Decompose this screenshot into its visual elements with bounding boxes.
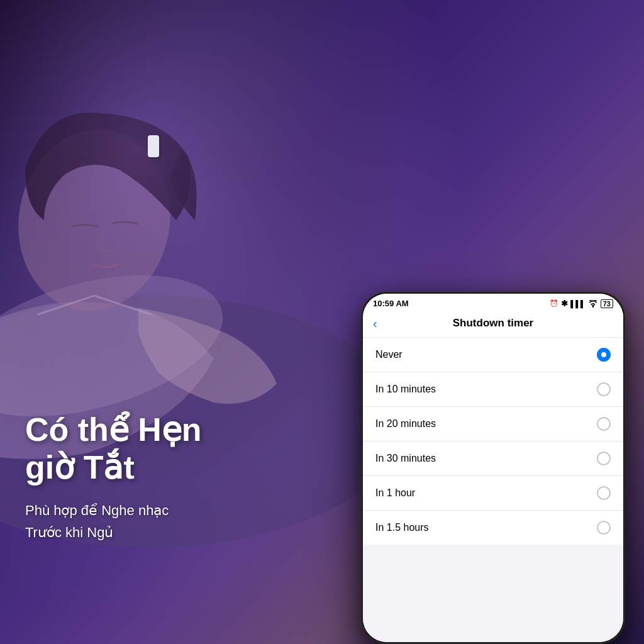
svg-point-4 [592, 306, 594, 308]
status-time: 10:59 AM [373, 299, 409, 308]
battery-icon: 73 [601, 299, 613, 308]
headline-line: Có thể Hẹn giờ Tắt [25, 411, 202, 486]
phone-frame: 10:59 AM ⏰ ✱ ▌▌▌ 73 ‹ Shutdown t [361, 292, 625, 644]
timer-label-30min: In 30 minutes [375, 453, 436, 464]
nav-bar: ‹ Shutdown timer [363, 311, 623, 338]
radio-1-5hours[interactable] [597, 521, 611, 535]
status-icons: ⏰ ✱ ▌▌▌ 73 [550, 299, 613, 308]
timer-list-section: Never In 10 minutes In 20 minutes In 30 … [363, 338, 623, 545]
subtext: Phù hợp để Nghe nhạc Trước khi Ngủ [25, 499, 202, 543]
radio-30min[interactable] [597, 452, 611, 465]
radio-1hour[interactable] [597, 486, 611, 500]
timer-option-20min[interactable]: In 20 minutes [363, 407, 623, 441]
timer-label-20min: In 20 minutes [375, 418, 436, 430]
timer-option-1-5hours[interactable]: In 1.5 hours [363, 511, 623, 545]
back-button[interactable]: ‹ [373, 316, 377, 331]
timer-option-10min[interactable]: In 10 minutes [363, 372, 623, 407]
timer-label-1-5hours: In 1.5 hours [375, 522, 429, 533]
wifi-icon [588, 300, 598, 308]
radio-20min[interactable] [597, 417, 611, 431]
signal-icon: ▌▌▌ [570, 300, 585, 308]
timer-option-1hour[interactable]: In 1 hour [363, 476, 623, 511]
timer-label-never: Never [375, 349, 402, 360]
radio-10min[interactable] [597, 382, 611, 396]
timer-option-30min[interactable]: In 30 minutes [363, 441, 623, 476]
nav-title: Shutdown timer [453, 317, 533, 330]
timer-label-1hour: In 1 hour [375, 487, 415, 499]
subtext-line1: Phù hợp để Nghe nhạc [25, 499, 202, 521]
bluetooth-icon: ✱ [561, 299, 568, 308]
subtext-line2: Trước khi Ngủ [25, 521, 202, 543]
headline-text: Có thể Hẹn giờ Tắt [25, 411, 202, 487]
timer-option-never[interactable]: Never [363, 338, 623, 372]
timer-label-10min: In 10 minutes [375, 384, 436, 395]
timer-list-container: Never In 10 minutes In 20 minutes In 30 … [363, 338, 623, 642]
earphone [148, 135, 159, 157]
alarm-icon: ⏰ [550, 299, 558, 308]
phone-mockup: 10:59 AM ⏰ ✱ ▌▌▌ 73 ‹ Shutdown t [361, 292, 625, 644]
radio-never[interactable] [597, 348, 611, 362]
status-bar: 10:59 AM ⏰ ✱ ▌▌▌ 73 [363, 294, 623, 311]
phone-screen: 10:59 AM ⏰ ✱ ▌▌▌ 73 ‹ Shutdown t [363, 294, 623, 642]
text-overlay: Có thể Hẹn giờ Tắt Phù hợp để Nghe nhạc … [25, 411, 202, 543]
